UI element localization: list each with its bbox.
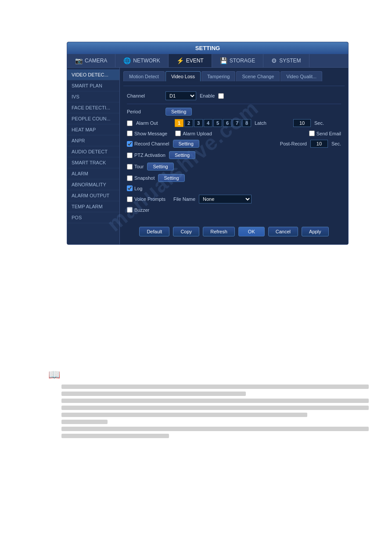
period-label: Period <box>127 109 162 114</box>
ptz-activation-checkbox[interactable] <box>127 152 133 158</box>
send-email-wrapper: Send Email <box>309 131 341 136</box>
alarm-num-2[interactable]: 2 <box>184 119 193 127</box>
voice-prompts-wrapper: Voice Prompts <box>127 196 165 202</box>
page-wrapper: SETTING 📷 CAMERA 🌐 NETWORK ⚡ EVENT 💾 STO… <box>0 0 392 555</box>
alarm-num-6[interactable]: 6 <box>223 119 232 127</box>
latch-sec-label: Sec. <box>314 120 324 126</box>
inner-tab-scene-change[interactable]: Scene Change <box>236 71 280 81</box>
sidebar-item-anpr[interactable]: ANPR <box>67 135 119 146</box>
tab-network-label: NETWORK <box>133 58 160 64</box>
alarm-num-7[interactable]: 7 <box>233 119 241 127</box>
section-divider <box>123 86 345 86</box>
inner-tab-tampering[interactable]: Tampering <box>201 71 235 81</box>
log-wrapper: Log <box>127 185 142 191</box>
tab-storage[interactable]: 💾 STORAGE <box>212 54 263 67</box>
sidebar-item-smart-track[interactable]: SMART TRACK <box>67 157 119 168</box>
inner-tab-video-quality[interactable]: Video Qualit... <box>281 71 322 81</box>
top-tabs: 📷 CAMERA 🌐 NETWORK ⚡ EVENT 💾 STORAGE ⚙ S… <box>67 54 348 68</box>
post-record-sec-label: Sec. <box>331 141 341 146</box>
tab-camera-label: CAMERA <box>85 58 107 64</box>
channel-row: Channel D1 Enable <box>127 91 341 100</box>
tab-camera[interactable]: 📷 CAMERA <box>67 54 115 67</box>
right-panel: Motion Detect Video Loss Tampering Scene… <box>120 68 348 244</box>
alarm-num-1[interactable]: 1 <box>175 119 183 127</box>
refresh-button[interactable]: Refresh <box>203 227 235 236</box>
latch-label: Latch <box>255 120 290 126</box>
snapshot-row: Snapshot Setting <box>127 174 341 182</box>
latch-input[interactable] <box>293 119 311 127</box>
sidebar-item-people-count[interactable]: PEOPLE COUN... <box>67 113 119 124</box>
copy-button[interactable]: Copy <box>173 227 199 236</box>
alarm-num-8[interactable]: 8 <box>242 119 251 127</box>
post-record-label: Post-Record <box>280 141 307 146</box>
snapshot-checkbox[interactable] <box>127 175 133 181</box>
filename-select[interactable]: None <box>199 195 252 203</box>
alarm-num-4[interactable]: 4 <box>204 119 212 127</box>
tab-storage-label: STORAGE <box>230 58 255 64</box>
sidebar: VIDEO DETEC... SMART PLAN IVS FACE DETEC… <box>67 68 120 244</box>
snapshot-setting-button[interactable]: Setting <box>158 174 184 182</box>
sidebar-item-heat-map[interactable]: HEAT MAP <box>67 124 119 135</box>
sidebar-item-abnormality[interactable]: ABNORMALITY <box>67 179 119 190</box>
alarm-num-3[interactable]: 3 <box>194 119 203 127</box>
text-line-5 <box>61 413 307 417</box>
alarm-upload-checkbox[interactable] <box>175 131 181 136</box>
show-message-checkbox[interactable] <box>127 131 133 136</box>
sidebar-item-face-detect[interactable]: FACE DETECTI... <box>67 102 119 113</box>
text-line-1 <box>61 385 369 389</box>
tour-setting-button[interactable]: Setting <box>147 163 173 170</box>
sidebar-item-alarm[interactable]: ALARM <box>67 168 119 179</box>
message-upload-email-row: Show Message Alarm Upload Send Email <box>127 131 341 136</box>
sidebar-item-video-detect[interactable]: VIDEO DETEC... <box>67 69 119 80</box>
tour-checkbox[interactable] <box>127 164 133 170</box>
voice-prompts-row: Voice Prompts File Name None <box>127 195 341 203</box>
log-checkbox[interactable] <box>127 185 133 191</box>
setting-dialog: SETTING 📷 CAMERA 🌐 NETWORK ⚡ EVENT 💾 STO… <box>67 42 349 245</box>
show-message-label: Show Message <box>134 131 167 136</box>
snapshot-label: Snapshot <box>134 175 155 181</box>
channel-select[interactable]: D1 <box>165 91 196 100</box>
enable-checkbox[interactable] <box>218 93 224 99</box>
sidebar-item-temp-alarm[interactable]: TEMP ALARM <box>67 201 119 212</box>
alarm-out-checkbox[interactable] <box>127 120 133 126</box>
sidebar-item-alarm-output[interactable]: ALARM OUTPUT <box>67 190 119 201</box>
send-email-label: Send Email <box>316 131 341 136</box>
send-email-checkbox[interactable] <box>309 131 315 136</box>
record-channel-checkbox[interactable] <box>127 141 133 147</box>
text-lines-section <box>61 385 369 441</box>
network-icon: 🌐 <box>123 57 131 64</box>
inner-tab-motion-detect[interactable]: Motion Detect <box>123 71 165 81</box>
log-row: Log <box>127 185 341 191</box>
buzzer-checkbox[interactable] <box>127 207 133 213</box>
alarm-num-5[interactable]: 5 <box>213 119 222 127</box>
post-record-input[interactable] <box>310 140 328 148</box>
apply-button[interactable]: Apply <box>302 227 329 236</box>
sidebar-item-pos[interactable]: POS <box>67 212 119 223</box>
record-setting-button[interactable]: Setting <box>173 140 199 148</box>
voice-prompts-checkbox[interactable] <box>127 196 133 202</box>
alarm-out-label: Alarm Out <box>136 120 171 126</box>
default-button[interactable]: Default <box>139 227 169 236</box>
ptz-setting-button[interactable]: Setting <box>169 151 195 159</box>
tab-event[interactable]: ⚡ EVENT <box>169 54 212 67</box>
tour-wrapper: Tour <box>127 164 144 170</box>
record-channel-row: Record Channel Setting Post-Record Sec. <box>127 140 341 148</box>
ptz-activation-row: PTZ Activation Setting <box>127 151 341 159</box>
tab-system[interactable]: ⚙ SYSTEM <box>263 54 309 67</box>
sidebar-item-ivs[interactable]: IVS <box>67 91 119 102</box>
period-setting-button[interactable]: Setting <box>165 108 192 116</box>
camera-icon: 📷 <box>75 57 83 64</box>
inner-tabs: Motion Detect Video Loss Tampering Scene… <box>123 71 345 81</box>
text-line-6 <box>61 420 108 424</box>
alarm-num-boxes: 1 2 3 4 5 6 7 8 <box>175 119 251 127</box>
alarm-upload-label: Alarm Upload <box>183 131 212 136</box>
sidebar-item-smart-plan[interactable]: SMART PLAN <box>67 80 119 91</box>
ok-button[interactable]: OK <box>238 227 265 236</box>
inner-tab-video-loss[interactable]: Video Loss <box>165 71 201 81</box>
voice-prompts-label: Voice Prompts <box>134 196 165 202</box>
sidebar-item-audio-detect[interactable]: AUDIO DETECT <box>67 146 119 157</box>
cancel-button[interactable]: Cancel <box>268 227 298 236</box>
enable-label: Enable <box>200 93 215 98</box>
tab-network[interactable]: 🌐 NETWORK <box>115 54 168 67</box>
tour-label: Tour <box>134 164 144 169</box>
